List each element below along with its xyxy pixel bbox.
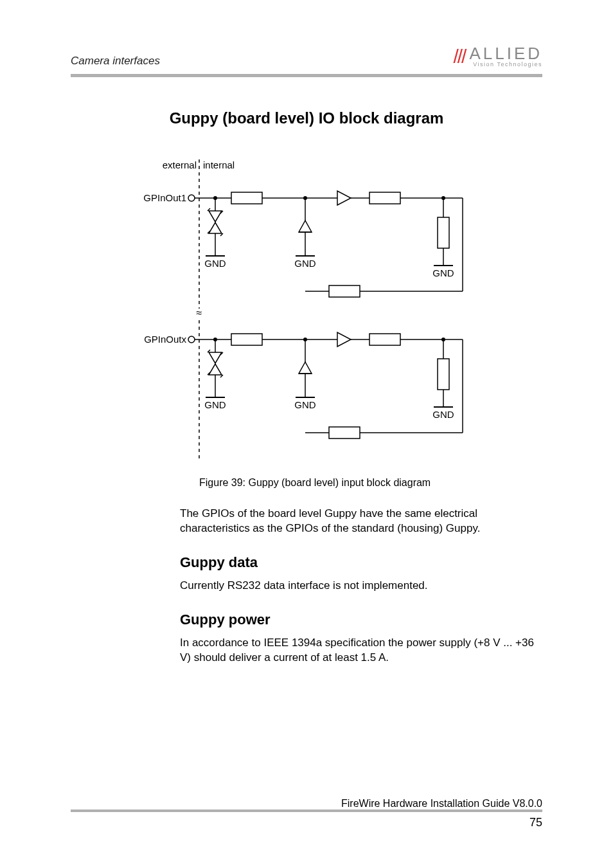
- svg-text:≈: ≈: [197, 307, 202, 318]
- io-block-diagram: ≈ external internal GPInOut1: [141, 159, 542, 464]
- svg-text:GPInOut1: GPInOut1: [143, 192, 186, 203]
- svg-rect-37: [438, 217, 449, 248]
- svg-text:GND: GND: [294, 399, 316, 410]
- svg-text:GPInOutx: GPInOutx: [144, 334, 186, 345]
- svg-marker-58: [337, 332, 351, 347]
- svg-marker-21: [209, 211, 222, 222]
- footer-rule: [71, 809, 542, 812]
- svg-text:GND: GND: [432, 267, 454, 278]
- header-rule: [71, 74, 542, 77]
- page-footer: FireWire Hardware Installation Guide V8.…: [71, 815, 542, 829]
- logo-slashes-icon: ///: [453, 47, 465, 66]
- svg-marker-24: [209, 222, 222, 233]
- section-heading: Guppy (board level) IO block diagram: [71, 109, 542, 127]
- guppy-power-text: In accordance to IEEE 1394a specificatio…: [180, 636, 542, 665]
- svg-text:GND: GND: [432, 409, 454, 420]
- svg-text:GND: GND: [204, 258, 226, 269]
- svg-marker-65: [209, 352, 222, 363]
- svg-marker-14: [337, 191, 351, 205]
- svg-marker-68: [209, 364, 222, 375]
- guppy-data-text: Currently RS232 data interface is not im…: [180, 579, 542, 593]
- footer-guide-title: FireWire Hardware Installation Guide V8.…: [71, 798, 542, 809]
- svg-text:internal: internal: [203, 159, 235, 170]
- header-section-title: Camera interfaces: [71, 55, 160, 68]
- page-number: 75: [71, 816, 542, 829]
- gpio-paragraph: The GPIOs of the board level Guppy have …: [180, 507, 542, 536]
- guppy-power-heading: Guppy power: [180, 611, 542, 628]
- logo-sub-text: Vision Technologies: [469, 62, 542, 68]
- svg-rect-43: [329, 285, 360, 297]
- svg-text:external: external: [163, 159, 197, 170]
- brand-logo: /// ALLIED Vision Technologies: [453, 45, 542, 68]
- svg-rect-10: [231, 192, 262, 204]
- svg-point-50: [188, 336, 195, 343]
- guppy-data-heading: Guppy data: [180, 554, 542, 571]
- page-header: Camera interfaces /// ALLIED Vision Tech…: [71, 45, 542, 71]
- svg-rect-60: [369, 334, 400, 345]
- svg-rect-54: [231, 334, 262, 345]
- logo-main-text: ALLIED: [469, 45, 542, 62]
- svg-text:GND: GND: [204, 399, 226, 410]
- svg-rect-16: [369, 192, 400, 204]
- figure-caption: Figure 39: Guppy (board level) input blo…: [199, 477, 542, 489]
- svg-point-6: [188, 195, 195, 201]
- svg-rect-81: [438, 359, 449, 390]
- svg-marker-75: [299, 362, 312, 374]
- svg-rect-87: [329, 427, 360, 439]
